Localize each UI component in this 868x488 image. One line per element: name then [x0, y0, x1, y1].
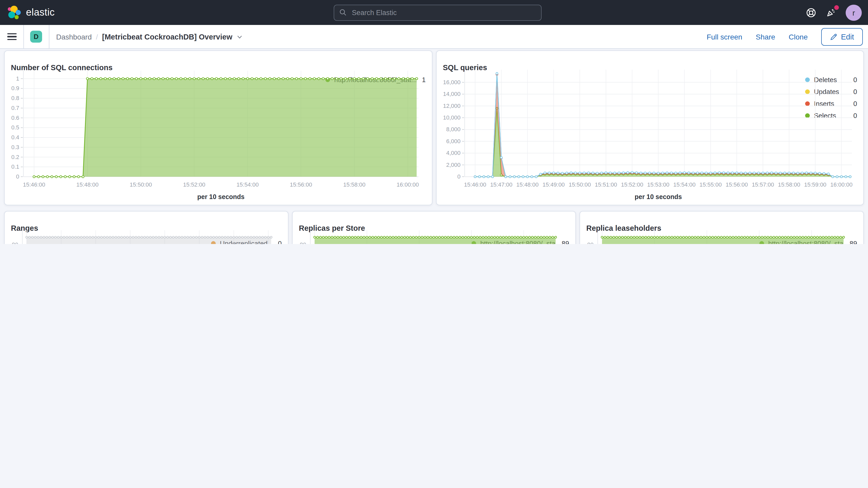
edit-button[interactable]: Edit [821, 28, 863, 45]
svg-text:0.8: 0.8 [11, 95, 19, 101]
svg-text:15:54:00: 15:54:00 [673, 181, 696, 188]
svg-text:15:56:00: 15:56:00 [725, 181, 748, 188]
svg-text:2,000: 2,000 [446, 162, 461, 168]
elastic-logo-icon [7, 5, 21, 20]
svg-text:per 10 seconds: per 10 seconds [634, 193, 682, 200]
svg-text:4,000: 4,000 [446, 150, 461, 156]
svg-text:15:51:00: 15:51:00 [595, 181, 617, 188]
series-area [475, 73, 850, 177]
svg-text:0.5: 0.5 [11, 124, 19, 131]
dashboard-toolbar: D Dashboard / [Metricbeat CockroachDB] O… [0, 25, 868, 49]
svg-text:16:00:00: 16:00:00 [397, 181, 419, 188]
svg-text:15:54:00: 15:54:00 [237, 181, 259, 188]
svg-text:16:00:00: 16:00:00 [830, 181, 852, 188]
pencil-icon [830, 33, 837, 40]
svg-text:80: 80 [12, 241, 18, 244]
panel-ranges: Ranges 15:46:0015:48:0015:50:0015:52:001… [4, 211, 288, 244]
kibana-dashboard: elastic [0, 0, 868, 244]
chart-svg: 15:46:0015:48:0015:50:0015:52:0015:54:00… [5, 65, 426, 204]
svg-text:15:52:00: 15:52:00 [183, 181, 205, 188]
series-area [315, 237, 556, 244]
svg-text:15:48:00: 15:48:00 [76, 181, 99, 188]
notification-dot [834, 5, 839, 10]
svg-text:80: 80 [587, 241, 594, 244]
svg-text:15:50:00: 15:50:00 [130, 181, 152, 188]
chart-svg: 15:46:0015:49:0015:52:0015:55:0015:58:00… [580, 226, 857, 244]
user-avatar[interactable]: r [846, 4, 862, 21]
ranges-chart[interactable]: 15:46:0015:48:0015:50:0015:52:0015:54:00… [5, 226, 211, 244]
sql-queries-chart[interactable]: 15:46:0015:47:0015:48:0015:49:0015:50:00… [437, 65, 805, 204]
svg-text:6,000: 6,000 [446, 138, 461, 145]
svg-text:15:58:00: 15:58:00 [778, 181, 800, 188]
svg-text:15:46:00: 15:46:00 [23, 181, 45, 188]
search-area [111, 4, 764, 21]
svg-text:15:55:00: 15:55:00 [700, 181, 722, 188]
svg-text:16,000: 16,000 [443, 79, 461, 86]
svg-text:15:58:00: 15:58:00 [343, 181, 366, 188]
replica-leaseholders-chart[interactable]: 15:46:0015:49:0015:52:0015:55:0015:58:00… [580, 226, 760, 244]
panel-sql-connections: Number of SQL connections 15:46:0015:48:… [4, 51, 432, 205]
series-line [475, 73, 850, 177]
chart-svg: 15:46:0015:48:0015:50:0015:52:0015:54:00… [5, 226, 282, 244]
sql-connections-chart[interactable]: 15:46:0015:48:0015:50:0015:52:0015:54:00… [5, 65, 326, 204]
svg-text:12,000: 12,000 [443, 103, 461, 109]
series-line [475, 109, 850, 177]
svg-text:15:52:00: 15:52:00 [621, 181, 644, 188]
svg-text:0.1: 0.1 [11, 163, 19, 170]
svg-text:80: 80 [300, 241, 306, 244]
svg-text:15:48:00: 15:48:00 [516, 181, 539, 188]
help-icon[interactable] [805, 7, 816, 18]
divider [23, 25, 24, 48]
svg-text:15:56:00: 15:56:00 [290, 181, 312, 188]
breadcrumb: Dashboard / [Metricbeat CockroachDB] Ove… [56, 32, 243, 41]
chevron-down-icon[interactable] [237, 33, 243, 40]
svg-text:0.6: 0.6 [11, 115, 19, 121]
dashboard-app-badge[interactable]: D [30, 31, 42, 42]
full-screen-button[interactable]: Full screen [707, 32, 742, 41]
breadcrumb-dashboard[interactable]: Dashboard [56, 32, 92, 41]
panel-replica-leaseholders: Replica leaseholders 15:46:0015:49:0015:… [580, 211, 864, 244]
search-icon [339, 9, 347, 16]
svg-text:15:59:00: 15:59:00 [804, 181, 827, 188]
svg-text:0.4: 0.4 [11, 134, 19, 141]
svg-text:15:50:00: 15:50:00 [569, 181, 591, 188]
svg-text:1: 1 [16, 75, 19, 82]
elastic-logo[interactable]: elastic [0, 5, 111, 20]
svg-text:0.9: 0.9 [11, 85, 19, 91]
svg-text:0: 0 [457, 173, 461, 180]
svg-text:10,000: 10,000 [443, 114, 461, 121]
chart-svg: 15:46:0015:47:0015:48:0015:49:0015:50:00… [437, 65, 857, 204]
svg-text:15:57:00: 15:57:00 [752, 181, 774, 188]
series-area [475, 74, 850, 177]
share-button[interactable]: Share [756, 32, 775, 41]
svg-text:0.3: 0.3 [11, 144, 19, 150]
news-icon[interactable] [826, 7, 837, 18]
divider [49, 25, 50, 48]
header-actions: r [764, 4, 868, 21]
toolbar-actions: Full screen Share Clone Edit [707, 28, 868, 45]
edit-button-label: Edit [841, 32, 854, 41]
global-search[interactable] [334, 4, 541, 21]
chart-svg: 15:46:0015:49:0015:52:0015:55:0015:58:00… [292, 226, 569, 244]
svg-text:15:47:00: 15:47:00 [490, 181, 513, 188]
global-header: elastic [0, 0, 868, 25]
brand-name: elastic [26, 7, 55, 18]
svg-text:0.7: 0.7 [11, 105, 19, 111]
menu-icon[interactable] [7, 33, 17, 40]
svg-text:15:46:00: 15:46:00 [464, 181, 486, 188]
series-area [602, 237, 844, 244]
svg-text:per 10 seconds: per 10 seconds [197, 193, 245, 200]
svg-text:15:53:00: 15:53:00 [647, 181, 670, 188]
series-line [475, 74, 850, 177]
page-title: [Metricbeat CockroachDB] Overview [102, 32, 232, 41]
breadcrumb-separator: / [96, 32, 98, 41]
panel-sql-queries: SQL queries 15:46:0015:47:0015:48:0015:4… [436, 51, 864, 205]
svg-text:0.2: 0.2 [11, 154, 19, 160]
series-area [34, 79, 416, 177]
search-input[interactable] [351, 8, 536, 17]
clone-button[interactable]: Clone [789, 32, 808, 41]
replicas-per-store-chart[interactable]: 15:46:0015:49:0015:52:0015:55:0015:58:00… [292, 226, 471, 244]
panel-replicas-per-store: Replicas per Store 15:46:0015:49:0015:52… [292, 211, 576, 244]
svg-text:0: 0 [16, 173, 19, 180]
series-area [475, 109, 850, 177]
